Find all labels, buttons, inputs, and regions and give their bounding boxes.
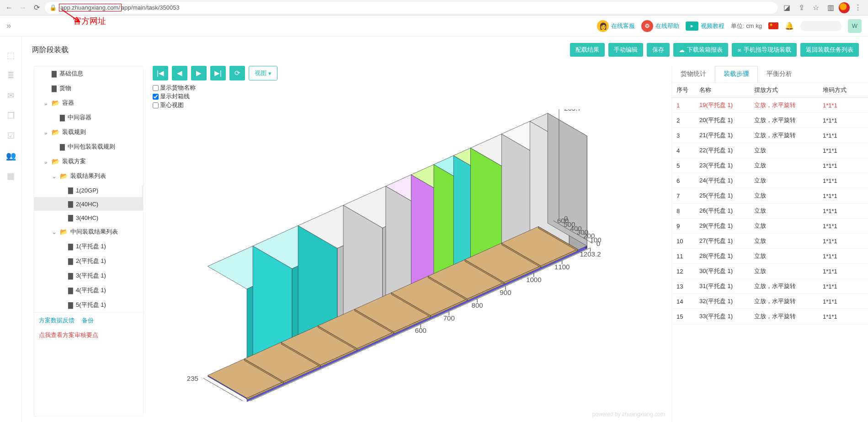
cloud-icon: ☁: [679, 47, 685, 53]
menu-icon[interactable]: ⋮: [852, 1, 864, 14]
page-subhead: 两阶段装载 配载结果 手动编辑 保存 ☁下载装箱报表 ∝手机指导现场装载 返回装…: [0, 37, 868, 59]
expand-sidebar-icon[interactable]: »: [6, 21, 11, 31]
flag-icon[interactable]: [768, 22, 778, 29]
edit-button[interactable]: 手动编辑: [608, 43, 643, 57]
share-icon: ∝: [737, 47, 741, 53]
browser-toolbar: ← → ⟳ 🔒 app.zhuangxiang.com/ app/main/ta…: [0, 0, 868, 16]
left-rail: ⬚ ≣ ✉ ❒ ☑ 👥 ▦: [0, 37, 22, 59]
download-button[interactable]: ☁下载装箱报表: [673, 43, 728, 57]
sidepanel-icon[interactable]: ▥: [824, 1, 837, 14]
lifebuoy-icon: ❂: [641, 20, 653, 32]
save-button[interactable]: 保存: [647, 43, 670, 57]
back-icon[interactable]: ←: [4, 2, 15, 13]
ext-icon[interactable]: ◪: [780, 1, 793, 14]
back-button[interactable]: 返回装载任务列表: [800, 43, 859, 57]
unit-label: 单位: cm kg: [731, 22, 762, 30]
url-host: app.zhuangxiang.com/: [59, 4, 121, 11]
app-header: 👩 在线客服 ❂ 在线帮助 视频教程 单位: cm kg 🔔 W: [0, 16, 868, 37]
share-icon[interactable]: ⇪: [795, 1, 808, 14]
address-bar[interactable]: 🔒 app.zhuangxiang.com/ app/main/task/350…: [45, 2, 777, 14]
url-path: app/main/task/350053: [121, 4, 180, 11]
profile-icon[interactable]: [839, 2, 850, 13]
avatar-icon: 👩: [597, 20, 609, 32]
video-icon: [686, 21, 698, 31]
user-badge[interactable]: W: [848, 19, 862, 33]
video-link[interactable]: 视频教程: [686, 21, 724, 31]
customer-service-link[interactable]: 👩 在线客服: [597, 20, 635, 32]
star-icon[interactable]: ☆: [809, 1, 822, 14]
result-button[interactable]: 配载结果: [570, 43, 605, 57]
forward-icon[interactable]: →: [17, 2, 28, 13]
mobile-button[interactable]: ∝手机指导现场装载: [732, 43, 797, 57]
reload-icon[interactable]: ⟳: [31, 2, 42, 13]
rail-box-icon[interactable]: ⬚: [6, 50, 16, 59]
page-title: 两阶段装载: [32, 45, 69, 55]
help-link[interactable]: ❂ 在线帮助: [641, 20, 679, 32]
lock-icon: 🔒: [49, 4, 57, 11]
bell-icon[interactable]: 🔔: [785, 21, 794, 30]
user-chip[interactable]: [800, 21, 841, 31]
